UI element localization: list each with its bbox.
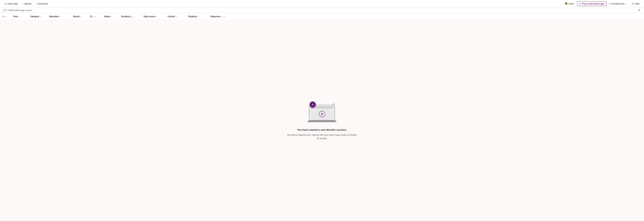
toolbar-left: Clear data Upload Download bbox=[3, 2, 562, 6]
compact-list-icon bbox=[610, 3, 611, 5]
toolbar-right: 🧑 Invite Play model-driven app Compact l… bbox=[563, 1, 641, 6]
empty-state-illustration: + + ╱ ╲ + bbox=[306, 101, 338, 125]
clear-data-icon bbox=[4, 3, 6, 5]
play-icon bbox=[579, 3, 581, 5]
column-header-duration[interactable]: Duration (... ⌄ bbox=[120, 15, 142, 18]
column-header-operation[interactable]: Operation ⌄ bbox=[48, 15, 72, 18]
compact-list-button[interactable]: Compact list bbox=[608, 2, 629, 6]
duration-sort-icon: ⌄ bbox=[134, 16, 135, 17]
column-header-property[interactable]: Property ⌄ bbox=[187, 15, 209, 18]
filter-label: Filter bbox=[634, 3, 640, 5]
toolbar: Clear data Upload Download 🧑 Invite Play… bbox=[0, 0, 644, 8]
clear-data-label: Clear data bbox=[8, 3, 18, 5]
column-header-control[interactable]: Control ⌄ bbox=[166, 15, 187, 18]
response-sort-icon: ⌄ bbox=[224, 16, 225, 17]
column-header-status[interactable]: Status ⌄ bbox=[103, 15, 120, 18]
result-sort-icon: ⌄ bbox=[80, 16, 82, 17]
upload-button[interactable]: Upload bbox=[20, 2, 33, 6]
category-sort-icon: ⌄ bbox=[40, 16, 41, 17]
operation-sort-icon: ⌄ bbox=[60, 16, 61, 17]
close-icon: ✕ bbox=[638, 9, 640, 12]
invite-label: Invite bbox=[568, 3, 574, 5]
control-sort-icon: ⌄ bbox=[176, 16, 177, 17]
column-header-response[interactable]: Response ... ⌄ bbox=[209, 15, 237, 18]
column-header-row: I.. ⌄ Time ⌄ Category ⌄ Operation ⌄ Resu… bbox=[0, 13, 644, 20]
play-model-driven-app-button[interactable]: Play model-driven app bbox=[577, 1, 606, 6]
column-header-category[interactable]: Category ⌄ bbox=[29, 15, 48, 18]
download-button[interactable]: Download bbox=[34, 2, 49, 6]
session-bar: ⓘ Model-driven app session ✕ bbox=[0, 8, 644, 13]
filter-icon: ⚲ bbox=[632, 3, 634, 5]
main-content: + + ╱ ╲ + bbox=[0, 20, 644, 221]
invite-icon: 🧑 bbox=[565, 3, 568, 5]
clear-data-button[interactable]: Clear data bbox=[3, 2, 20, 6]
column-header-result[interactable]: Result ⌄ bbox=[72, 15, 89, 18]
add-circle-icon: + bbox=[310, 101, 316, 108]
play-model-driven-app-label: Play model-driven app bbox=[582, 3, 604, 5]
column-header-id[interactable]: I.. ⌄ bbox=[1, 15, 12, 18]
empty-state-subtitle: No activity captured yet. Interact with … bbox=[286, 133, 358, 140]
invite-button[interactable]: 🧑 Invite bbox=[563, 2, 576, 6]
session-text: Model-driven app session bbox=[8, 9, 32, 12]
download-label: Download bbox=[38, 3, 48, 5]
download-icon bbox=[36, 3, 36, 5]
filter-button[interactable]: ⚲ Filter bbox=[630, 2, 641, 6]
column-header-time[interactable]: Time ⌄ bbox=[12, 15, 29, 18]
empty-state: + + ╱ ╲ + bbox=[286, 101, 358, 140]
upload-label: Upload bbox=[24, 3, 31, 5]
session-info-icon: ⓘ bbox=[3, 9, 7, 12]
time-sort-icon: ⌄ bbox=[18, 16, 20, 17]
column-header-datasource[interactable]: Data source ⌄ bbox=[142, 15, 166, 18]
id-sort-icon: ⌄ bbox=[5, 16, 6, 17]
empty-state-title: You have started a new Monitor session. bbox=[297, 128, 347, 131]
datasource-sort-icon: ⌄ bbox=[156, 16, 158, 17]
status-sort-icon: ⌄ bbox=[111, 16, 112, 17]
property-sort-icon: ⌄ bbox=[197, 16, 199, 17]
close-session-button[interactable]: ✕ bbox=[637, 8, 641, 12]
compact-list-chevron-icon bbox=[625, 3, 627, 5]
upload-icon bbox=[22, 3, 23, 5]
column-header-r[interactable]: R... ⌄ bbox=[89, 15, 103, 18]
compact-list-label: Compact list bbox=[612, 3, 624, 5]
play-circle-icon bbox=[319, 111, 325, 117]
r-sort-icon: ⌄ bbox=[94, 16, 96, 17]
